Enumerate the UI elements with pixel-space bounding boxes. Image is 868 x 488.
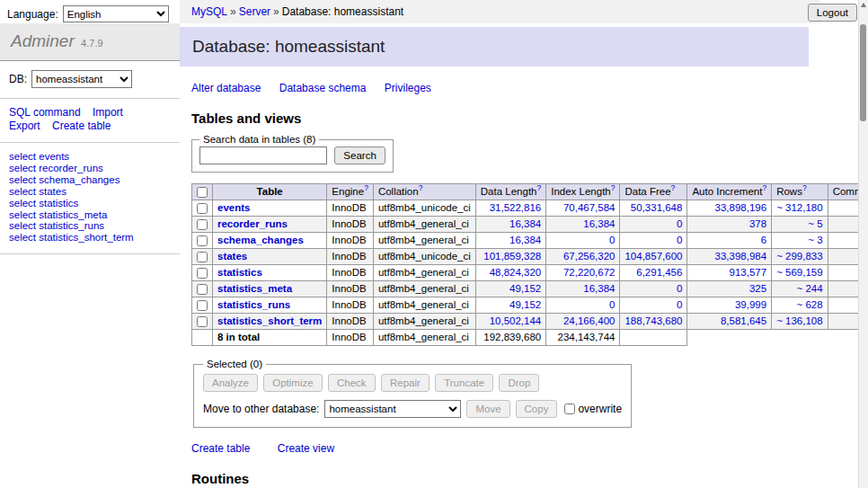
table-link-statistics-runs[interactable]: statistics_runs bbox=[217, 299, 290, 310]
select-all-checkbox[interactable] bbox=[197, 187, 208, 198]
create-view-link[interactable]: Create view bbox=[278, 442, 334, 455]
data-free-help-link[interactable]: ? bbox=[671, 183, 676, 192]
data-length-link[interactable]: 31,522,816 bbox=[490, 202, 542, 213]
data-free-link[interactable]: 104,857,600 bbox=[624, 251, 682, 262]
data-length-link[interactable]: 10,502,144 bbox=[490, 315, 542, 326]
export-link[interactable]: Export bbox=[9, 120, 40, 132]
row-checkbox-schema-changes[interactable] bbox=[197, 235, 208, 246]
data-length-help-link[interactable]: ? bbox=[536, 183, 541, 192]
search-input[interactable] bbox=[199, 146, 327, 164]
sidebar: Adminer 4.7.9 DB: homeassistant SQL comm… bbox=[0, 23, 180, 488]
data-length-link[interactable]: 101,859,328 bbox=[483, 251, 541, 262]
sidebar-item-select-statistics-runs[interactable]: select statistics_runs bbox=[9, 220, 104, 231]
data-free-link[interactable]: 6,291,456 bbox=[636, 267, 682, 278]
rows-count-link[interactable]: ~ 569,159 bbox=[776, 267, 822, 278]
sidebar-item-select-statistics-meta[interactable]: select statistics_meta bbox=[9, 209, 107, 220]
breadcrumb-server-link[interactable]: Server bbox=[239, 5, 270, 18]
sidebar-item-select-recorder-runs[interactable]: select recorder_runs bbox=[9, 163, 103, 173]
auto-increment-link[interactable]: 33,398,984 bbox=[715, 251, 767, 262]
col-header-auto-increment: Auto Increment? bbox=[687, 184, 772, 200]
privileges-link[interactable]: Privileges bbox=[385, 82, 431, 94]
index-length-link[interactable]: 16,384 bbox=[583, 218, 615, 229]
auto-increment-help-link[interactable]: ? bbox=[762, 183, 766, 192]
rows-count-link[interactable]: ~ 244 bbox=[797, 283, 823, 294]
auto-increment-link[interactable]: 39,999 bbox=[735, 299, 766, 310]
rows-count-link[interactable]: ~ 628 bbox=[797, 299, 823, 310]
scrollbar-up-arrow-icon[interactable] bbox=[861, 3, 866, 7]
data-free-link[interactable]: 188,743,680 bbox=[624, 315, 682, 326]
index-length-help-link[interactable]: ? bbox=[611, 183, 616, 192]
sidebar-item-select-states[interactable]: select states bbox=[9, 186, 66, 197]
row-checkbox-statistics[interactable] bbox=[197, 268, 208, 279]
create-table-sidebar-link[interactable]: Create table bbox=[52, 120, 111, 132]
language-select[interactable]: English bbox=[63, 5, 169, 22]
rows-help-link[interactable]: ? bbox=[802, 183, 807, 192]
row-checkbox-recorder-runs[interactable] bbox=[197, 219, 208, 230]
data-length-link[interactable]: 49,152 bbox=[509, 283, 541, 294]
index-length-link[interactable]: 70,467,584 bbox=[563, 202, 616, 213]
engine-help-link[interactable]: ? bbox=[364, 183, 368, 192]
data-length-link[interactable]: 16,384 bbox=[509, 218, 541, 229]
sidebar-item-select-statistics[interactable]: select statistics bbox=[9, 198, 78, 209]
table-link-states[interactable]: states bbox=[217, 251, 247, 262]
db-select[interactable]: homeassistant bbox=[31, 70, 132, 88]
index-length-link[interactable]: 72,220,672 bbox=[563, 267, 616, 278]
auto-increment-link[interactable]: 8,581,645 bbox=[721, 315, 766, 326]
auto-increment-link[interactable]: 378 bbox=[749, 218, 766, 229]
scrollbar-thumb[interactable] bbox=[860, 24, 866, 121]
scrollbar[interactable] bbox=[858, 0, 868, 488]
auto-increment-link[interactable]: 33,898,196 bbox=[715, 202, 767, 213]
table-link-recorder-runs[interactable]: recorder_runs bbox=[217, 218, 288, 229]
data-free-cell: 0 bbox=[620, 281, 687, 297]
data-free-link[interactable]: 0 bbox=[677, 283, 682, 294]
auto-increment-link[interactable]: 913,577 bbox=[730, 267, 767, 278]
database-schema-link[interactable]: Database schema bbox=[279, 82, 367, 94]
adminer-logo-link[interactable]: Adminer bbox=[11, 31, 75, 50]
logout-button[interactable]: Logout bbox=[808, 4, 857, 22]
language-label: Language: bbox=[7, 8, 58, 21]
row-checkbox-statistics-short-term[interactable] bbox=[197, 316, 208, 327]
sql-command-link[interactable]: SQL command bbox=[9, 106, 81, 119]
table-link-events[interactable]: events bbox=[217, 202, 250, 213]
rows-count-link[interactable]: ~ 299,833 bbox=[776, 251, 822, 262]
table-link-statistics-meta[interactable]: statistics_meta bbox=[217, 283, 292, 294]
breadcrumb-mysql-link[interactable]: MySQL bbox=[191, 5, 227, 18]
alter-database-link[interactable]: Alter database bbox=[191, 82, 261, 94]
data-free-link[interactable]: 0 bbox=[677, 299, 682, 310]
table-link-statistics[interactable]: statistics bbox=[217, 267, 262, 278]
table-link-statistics-short-term[interactable]: statistics_short_term bbox=[217, 315, 322, 326]
rows-count-link[interactable]: ~ 136,108 bbox=[776, 315, 822, 326]
auto-increment-link[interactable]: 325 bbox=[749, 283, 766, 294]
sidebar-item-select-schema-changes[interactable]: select schema_changes bbox=[9, 174, 120, 185]
row-checkbox-events[interactable] bbox=[197, 203, 208, 214]
data-length-link[interactable]: 48,824,320 bbox=[490, 267, 542, 278]
data-length-link[interactable]: 49,152 bbox=[509, 299, 541, 310]
data-free-link[interactable]: 50,331,648 bbox=[631, 202, 683, 213]
rows-count-link[interactable]: ~ 312,180 bbox=[776, 202, 822, 213]
move-db-select[interactable]: homeassistant bbox=[324, 400, 461, 418]
data-length-link[interactable]: 16,384 bbox=[509, 235, 541, 245]
row-checkbox-statistics-meta[interactable] bbox=[197, 284, 208, 295]
row-checkbox-states[interactable] bbox=[197, 252, 208, 262]
row-checkbox-statistics-runs[interactable] bbox=[197, 300, 208, 311]
create-table-link[interactable]: Create table bbox=[191, 442, 250, 455]
search-fieldset: Search data in tables (8) Search bbox=[191, 134, 394, 173]
index-length-link[interactable]: 16,384 bbox=[583, 283, 615, 294]
auto-increment-link[interactable]: 6 bbox=[761, 235, 766, 245]
collation-cell: utf8mb4_unicode_ci bbox=[373, 200, 475, 217]
sidebar-item-select-statistics-short-term[interactable]: select statistics_short_term bbox=[9, 232, 134, 243]
index-length-link[interactable]: 24,166,400 bbox=[563, 315, 616, 326]
data-free-link[interactable]: 0 bbox=[677, 235, 682, 245]
sidebar-item-select-events[interactable]: select events bbox=[9, 151, 69, 162]
rows-count-link[interactable]: ~ 5 bbox=[808, 218, 822, 229]
search-button[interactable]: Search bbox=[334, 146, 385, 164]
index-length-link[interactable]: 67,256,320 bbox=[563, 251, 616, 262]
import-link[interactable]: Import bbox=[93, 106, 123, 119]
index-length-link[interactable]: 0 bbox=[609, 299, 615, 310]
rows-count-link[interactable]: ~ 3 bbox=[808, 235, 822, 245]
data-free-link[interactable]: 0 bbox=[677, 218, 682, 229]
index-length-link[interactable]: 0 bbox=[609, 235, 615, 245]
table-link-schema-changes[interactable]: schema_changes bbox=[217, 235, 304, 245]
collation-help-link[interactable]: ? bbox=[419, 183, 423, 192]
overwrite-checkbox[interactable] bbox=[564, 404, 575, 414]
